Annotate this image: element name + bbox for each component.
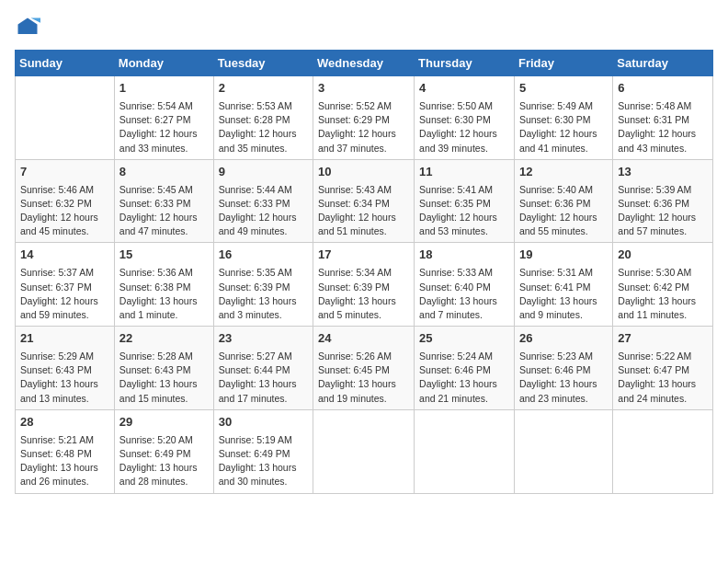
cell-content: Sunrise: 5:35 AM Sunset: 6:39 PM Dayligh… [219,266,308,322]
cell-content: Sunrise: 5:44 AM Sunset: 6:33 PM Dayligh… [219,183,308,239]
cell-content: Sunrise: 5:46 AM Sunset: 6:32 PM Dayligh… [20,183,109,239]
calendar-cell: 10Sunrise: 5:43 AM Sunset: 6:34 PM Dayli… [313,159,415,243]
calendar-cell: 5Sunrise: 5:49 AM Sunset: 6:30 PM Daylig… [514,76,612,160]
day-number: 15 [119,247,209,264]
day-number: 1 [119,80,209,98]
calendar-week-row: 21Sunrise: 5:29 AM Sunset: 6:43 PM Dayli… [16,327,713,410]
day-number: 6 [618,80,708,98]
day-number: 9 [219,164,308,181]
calendar-cell: 22Sunrise: 5:28 AM Sunset: 6:43 PM Dayli… [114,327,213,410]
cell-content: Sunrise: 5:40 AM Sunset: 6:36 PM Dayligh… [519,183,608,239]
cell-content: Sunrise: 5:30 AM Sunset: 6:42 PM Dayligh… [618,266,708,322]
calendar-cell: 1Sunrise: 5:54 AM Sunset: 6:27 PM Daylig… [114,76,213,160]
calendar-cell: 6Sunrise: 5:48 AM Sunset: 6:31 PM Daylig… [613,76,713,160]
calendar-cell: 11Sunrise: 5:41 AM Sunset: 6:35 PM Dayli… [415,159,515,243]
day-number: 19 [519,247,608,264]
day-number: 22 [119,330,209,348]
column-header-wednesday: Wednesday [313,51,415,76]
day-number: 14 [20,247,109,264]
calendar-cell: 26Sunrise: 5:23 AM Sunset: 6:46 PM Dayli… [514,327,612,410]
cell-content: Sunrise: 5:28 AM Sunset: 6:43 PM Dayligh… [119,350,209,406]
calendar-cell: 18Sunrise: 5:33 AM Sunset: 6:40 PM Dayli… [415,243,515,327]
cell-content: Sunrise: 5:36 AM Sunset: 6:38 PM Dayligh… [119,266,209,322]
calendar-cell: 28Sunrise: 5:21 AM Sunset: 6:48 PM Dayli… [16,409,115,493]
cell-content: Sunrise: 5:50 AM Sunset: 6:30 PM Dayligh… [419,99,509,155]
calendar-cell [415,409,515,493]
day-number: 12 [519,164,608,181]
day-number: 27 [618,330,708,348]
cell-content: Sunrise: 5:26 AM Sunset: 6:45 PM Dayligh… [318,350,409,406]
calendar-week-row: 14Sunrise: 5:37 AM Sunset: 6:37 PM Dayli… [16,243,713,327]
logo [15,15,44,40]
calendar-cell: 25Sunrise: 5:24 AM Sunset: 6:46 PM Dayli… [415,327,515,410]
day-number: 30 [219,414,308,431]
day-number: 16 [219,247,308,264]
day-number: 10 [318,164,409,181]
day-number: 20 [618,247,708,264]
day-number: 3 [318,80,409,98]
cell-content: Sunrise: 5:53 AM Sunset: 6:28 PM Dayligh… [219,99,308,155]
cell-content: Sunrise: 5:48 AM Sunset: 6:31 PM Dayligh… [618,99,708,155]
day-number: 4 [419,80,509,98]
calendar-table: SundayMondayTuesdayWednesdayThursdayFrid… [15,50,713,494]
cell-content: Sunrise: 5:33 AM Sunset: 6:40 PM Dayligh… [419,266,509,322]
day-number: 25 [419,330,509,348]
day-number: 23 [219,330,308,348]
cell-content: Sunrise: 5:21 AM Sunset: 6:48 PM Dayligh… [20,433,109,489]
cell-content: Sunrise: 5:20 AM Sunset: 6:49 PM Dayligh… [119,433,209,489]
day-number: 7 [20,164,109,181]
day-number: 5 [519,80,608,98]
day-number: 2 [219,80,308,98]
column-header-monday: Monday [114,51,213,76]
day-number: 26 [519,330,608,348]
calendar-cell: 19Sunrise: 5:31 AM Sunset: 6:41 PM Dayli… [514,243,612,327]
day-number: 13 [618,164,708,181]
day-number: 24 [318,330,409,348]
column-header-sunday: Sunday [16,51,115,76]
cell-content: Sunrise: 5:34 AM Sunset: 6:39 PM Dayligh… [318,266,409,322]
logo-icon [15,15,40,40]
calendar-cell: 16Sunrise: 5:35 AM Sunset: 6:39 PM Dayli… [213,243,313,327]
calendar-cell: 4Sunrise: 5:50 AM Sunset: 6:30 PM Daylig… [415,76,515,160]
cell-content: Sunrise: 5:29 AM Sunset: 6:43 PM Dayligh… [20,350,109,406]
calendar-cell: 9Sunrise: 5:44 AM Sunset: 6:33 PM Daylig… [213,159,313,243]
cell-content: Sunrise: 5:52 AM Sunset: 6:29 PM Dayligh… [318,99,409,155]
calendar-cell: 29Sunrise: 5:20 AM Sunset: 6:49 PM Dayli… [114,409,213,493]
header-row: SundayMondayTuesdayWednesdayThursdayFrid… [16,51,713,76]
day-number: 29 [119,414,209,431]
day-number: 18 [419,247,509,264]
calendar-cell: 17Sunrise: 5:34 AM Sunset: 6:39 PM Dayli… [313,243,415,327]
calendar-cell [514,409,612,493]
day-number: 28 [20,414,109,431]
calendar-cell [613,409,713,493]
cell-content: Sunrise: 5:45 AM Sunset: 6:33 PM Dayligh… [119,183,209,239]
cell-content: Sunrise: 5:27 AM Sunset: 6:44 PM Dayligh… [219,350,308,406]
cell-content: Sunrise: 5:39 AM Sunset: 6:36 PM Dayligh… [618,183,708,239]
calendar-cell: 24Sunrise: 5:26 AM Sunset: 6:45 PM Dayli… [313,327,415,410]
calendar-week-row: 7Sunrise: 5:46 AM Sunset: 6:32 PM Daylig… [16,159,713,243]
cell-content: Sunrise: 5:49 AM Sunset: 6:30 PM Dayligh… [519,99,608,155]
page-header [15,15,713,40]
column-header-friday: Friday [514,51,612,76]
calendar-cell: 8Sunrise: 5:45 AM Sunset: 6:33 PM Daylig… [114,159,213,243]
calendar-cell: 12Sunrise: 5:40 AM Sunset: 6:36 PM Dayli… [514,159,612,243]
calendar-cell [313,409,415,493]
column-header-thursday: Thursday [415,51,515,76]
calendar-cell: 2Sunrise: 5:53 AM Sunset: 6:28 PM Daylig… [213,76,313,160]
calendar-cell: 7Sunrise: 5:46 AM Sunset: 6:32 PM Daylig… [16,159,115,243]
svg-marker-0 [18,18,38,35]
cell-content: Sunrise: 5:43 AM Sunset: 6:34 PM Dayligh… [318,183,409,239]
calendar-cell: 30Sunrise: 5:19 AM Sunset: 6:49 PM Dayli… [213,409,313,493]
calendar-cell: 15Sunrise: 5:36 AM Sunset: 6:38 PM Dayli… [114,243,213,327]
cell-content: Sunrise: 5:41 AM Sunset: 6:35 PM Dayligh… [419,183,509,239]
calendar-cell: 27Sunrise: 5:22 AM Sunset: 6:47 PM Dayli… [613,327,713,410]
calendar-week-row: 1Sunrise: 5:54 AM Sunset: 6:27 PM Daylig… [16,76,713,160]
day-number: 21 [20,330,109,348]
calendar-week-row: 28Sunrise: 5:21 AM Sunset: 6:48 PM Dayli… [16,409,713,493]
calendar-cell: 20Sunrise: 5:30 AM Sunset: 6:42 PM Dayli… [613,243,713,327]
day-number: 17 [318,247,409,264]
day-number: 8 [119,164,209,181]
day-number: 11 [419,164,509,181]
cell-content: Sunrise: 5:24 AM Sunset: 6:46 PM Dayligh… [419,350,509,406]
calendar-cell: 3Sunrise: 5:52 AM Sunset: 6:29 PM Daylig… [313,76,415,160]
